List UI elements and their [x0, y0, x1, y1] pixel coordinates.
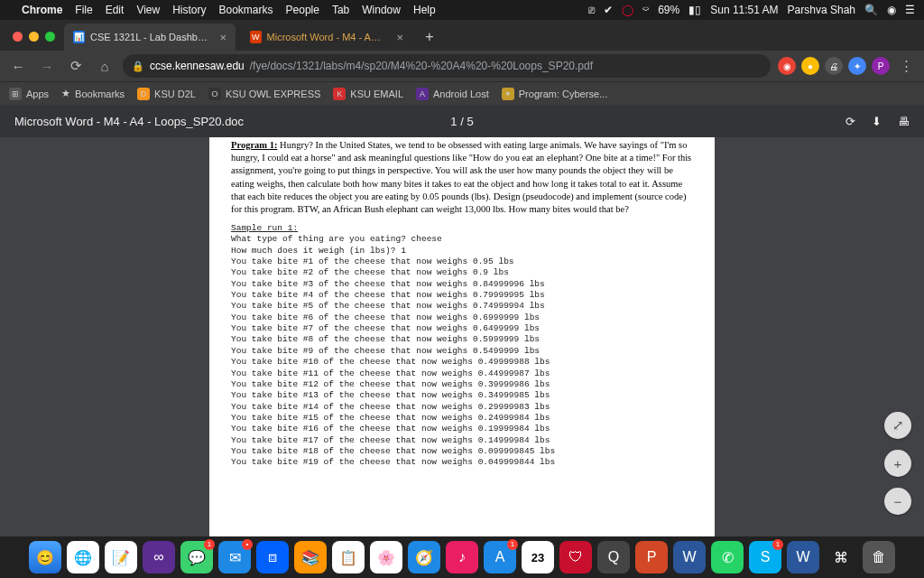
- menubar-item[interactable]: People: [286, 4, 319, 16]
- dock-app-photos[interactable]: 🌸: [370, 541, 402, 573]
- macos-dock: 😊 🌐 📝 ∞ 💬1 ✉• ⧈ 📚 📋 🌸 🧭 ♪ A1 23 🛡 Q P W …: [0, 536, 924, 578]
- minimize-window-button[interactable]: [29, 32, 39, 42]
- chrome-menu-icon[interactable]: ⋮: [895, 55, 917, 77]
- dock-app-reminders[interactable]: 📋: [332, 541, 365, 573]
- extension-icon[interactable]: ◉: [778, 57, 796, 75]
- lock-icon: 🔒: [132, 61, 144, 72]
- forward-button[interactable]: →: [36, 55, 58, 77]
- badge: 1: [204, 539, 215, 550]
- tab-favicon: 📊: [73, 31, 85, 43]
- extensions-area: ◉ ● 🖨 ✦ P ⋮: [778, 55, 917, 77]
- dock-app-mcafee[interactable]: 🛡: [559, 541, 592, 573]
- browser-tab[interactable]: W Microsoft Word - M4 - A4 - L... ×: [241, 23, 412, 51]
- pdf-content-area[interactable]: Program 1: Hungry? In the United States,…: [0, 137, 924, 536]
- dock-app-word2[interactable]: W: [787, 541, 819, 573]
- pdf-document-title: Microsoft Word - M4 - A4 - Loops_SP20.do…: [14, 115, 244, 128]
- dock-app-skype[interactable]: S1: [749, 541, 781, 573]
- address-bar[interactable]: 🔒 ccse.kennesaw.edu/fye/docs/1321/labs/m…: [123, 54, 771, 78]
- program-body-text: Hungry? In the United States, we tend to…: [231, 140, 691, 214]
- dock-app-dropbox[interactable]: ⧈: [256, 541, 289, 573]
- zoom-out-button[interactable]: −: [884, 488, 911, 515]
- print-icon[interactable]: 🖶: [898, 115, 910, 128]
- bookmark-item[interactable]: KKSU EMAIL: [333, 88, 403, 100]
- browser-tab[interactable]: 📊 CSE 1321L - Lab Dashboard ×: [64, 23, 236, 51]
- pdf-page-indicator[interactable]: 1 / 5: [450, 115, 473, 128]
- dock-app-safari[interactable]: 🧭: [408, 541, 440, 573]
- sample-line: You take bite #14 of the cheese that now…: [231, 402, 550, 412]
- extension-icon[interactable]: ●: [801, 57, 819, 75]
- badge: 1: [772, 539, 783, 550]
- dock-app-books[interactable]: 📚: [294, 541, 327, 573]
- spotlight-icon[interactable]: 🔍: [864, 4, 878, 16]
- rotate-icon[interactable]: ⟳: [845, 115, 855, 128]
- menubar-item[interactable]: History: [172, 4, 206, 16]
- dock-app-visualstudio[interactable]: ∞: [143, 541, 175, 573]
- bookmark-item[interactable]: AAndroid Lost: [416, 88, 489, 100]
- sample-line: You take bite #3 of the cheese that now …: [231, 279, 545, 289]
- bookmark-item[interactable]: ★Bookmarks: [61, 88, 125, 99]
- maximize-window-button[interactable]: [45, 32, 55, 42]
- download-icon[interactable]: ⬇: [872, 115, 882, 128]
- dock-app-mail[interactable]: ✉•: [218, 541, 251, 573]
- notification-center-icon[interactable]: ☰: [905, 4, 915, 16]
- extension-icon[interactable]: ✦: [848, 57, 866, 75]
- dock-app-calendar[interactable]: 23: [522, 541, 554, 573]
- bookmark-item[interactable]: OKSU OWL EXPRESS: [208, 88, 320, 100]
- zoom-in-button[interactable]: +: [884, 450, 911, 477]
- bookmark-item[interactable]: DKSU D2L: [137, 88, 196, 100]
- cast-icon[interactable]: ⎚: [588, 4, 595, 16]
- pdf-page: Program 1: Hungry? In the United States,…: [209, 137, 715, 536]
- dock-app-trash[interactable]: 🗑: [863, 541, 895, 573]
- chrome-tab-bar: 📊 CSE 1321L - Lab Dashboard × W Microsof…: [0, 20, 924, 51]
- dock-app-notes[interactable]: 📝: [105, 541, 137, 573]
- tab-title: Microsoft Word - M4 - A4 - L...: [267, 32, 386, 42]
- battery-percent: 69%: [658, 4, 679, 16]
- wifi-icon[interactable]: ⌔: [642, 4, 649, 16]
- menubar-item[interactable]: Help: [413, 4, 436, 16]
- clock[interactable]: Sun 11:51 AM: [710, 4, 778, 16]
- user-name[interactable]: Parshva Shah: [788, 4, 855, 16]
- dock-app-messages[interactable]: 💬1: [180, 541, 213, 573]
- close-window-button[interactable]: [13, 32, 23, 42]
- siri-icon[interactable]: ◉: [887, 4, 896, 16]
- fit-to-page-button[interactable]: ⤢: [884, 412, 911, 439]
- reload-button[interactable]: ⟳: [65, 55, 87, 77]
- close-tab-icon[interactable]: ×: [219, 31, 226, 44]
- shield-icon[interactable]: ◯: [622, 4, 633, 16]
- extension-icon[interactable]: 🖨: [825, 57, 843, 75]
- dock-app-appstore[interactable]: A1: [484, 541, 516, 573]
- pdf-viewer: Microsoft Word - M4 - A4 - Loops_SP20.do…: [0, 105, 924, 536]
- sample-line: How much does it weigh (in lbs)? 1: [231, 246, 406, 256]
- menubar-item[interactable]: Edit: [106, 4, 125, 16]
- menubar-item[interactable]: Window: [362, 4, 401, 16]
- dock-app-quicktime[interactable]: Q: [597, 541, 630, 573]
- dock-app-powerpoint[interactable]: P: [635, 541, 668, 573]
- dock-app-itunes[interactable]: ♪: [446, 541, 478, 573]
- menubar-item[interactable]: Tab: [332, 4, 349, 16]
- sample-line: You take bite #10 of the cheese that now…: [231, 357, 550, 367]
- home-button[interactable]: ⌂: [94, 55, 116, 77]
- dock-app-finder[interactable]: 😊: [29, 541, 61, 573]
- menubar-item[interactable]: Bookmarks: [219, 4, 273, 16]
- profile-avatar[interactable]: P: [872, 57, 890, 75]
- program-label: Program 1:: [231, 140, 277, 150]
- favicon: A: [416, 88, 429, 100]
- new-tab-button[interactable]: +: [418, 25, 441, 49]
- dock-app-chrome[interactable]: 🌐: [67, 541, 99, 573]
- back-button[interactable]: ←: [7, 55, 29, 77]
- bookmark-apps[interactable]: ⊞Apps: [9, 88, 49, 100]
- menubar-app[interactable]: Chrome: [22, 4, 62, 16]
- tab-favicon: W: [250, 31, 262, 43]
- menubar-item[interactable]: View: [136, 4, 160, 16]
- menubar-item[interactable]: File: [75, 4, 92, 16]
- bookmark-item[interactable]: ✦Program: Cyberse...: [502, 88, 607, 100]
- dock-app-whatsapp[interactable]: ✆: [711, 541, 744, 573]
- sample-line: You take bite #6 of the cheese that now …: [231, 312, 540, 322]
- dock-app-word[interactable]: W: [673, 541, 706, 573]
- program-description: Program 1: Hungry? In the United States,…: [231, 139, 693, 216]
- pdf-toolbar: Microsoft Word - M4 - A4 - Loops_SP20.do…: [0, 105, 924, 137]
- sample-line: You take bite #17 of the cheese that now…: [231, 435, 550, 445]
- close-tab-icon[interactable]: ×: [396, 31, 403, 44]
- sync-icon[interactable]: ✔: [604, 4, 613, 16]
- dock-app-terminal[interactable]: ⌘: [825, 541, 857, 573]
